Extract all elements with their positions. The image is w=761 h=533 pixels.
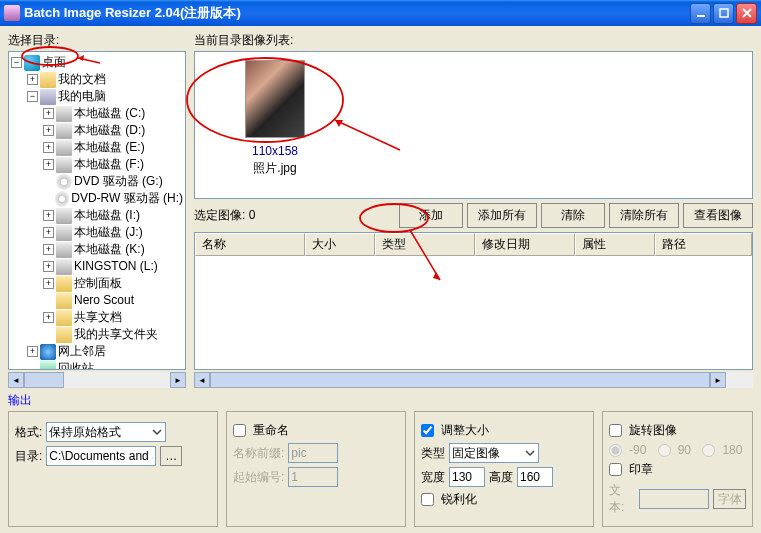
type-label: 类型 — [421, 445, 445, 462]
tree-nero[interactable]: Nero Scout — [74, 292, 134, 309]
thumbnail-name: 照片.jpg — [245, 160, 305, 177]
selected-count: 选定图像: 0 — [194, 207, 255, 224]
clear-button[interactable]: 清除 — [541, 203, 605, 228]
output-panel: 格式: 保持原始格式 目录: … — [8, 411, 218, 527]
start-label: 起始编号: — [233, 469, 284, 486]
tree-drive[interactable]: KINGSTON (L:) — [74, 258, 158, 275]
drive-icon — [56, 140, 72, 156]
stamp-text-label: 文本: — [609, 482, 635, 516]
recycle-icon — [40, 361, 56, 371]
rename-panel: 重命名 名称前缀: 起始编号: — [226, 411, 406, 527]
stamp-checkbox[interactable] — [609, 463, 622, 476]
height-input[interactable] — [517, 467, 553, 487]
close-button[interactable] — [736, 3, 757, 24]
font-button: 字体 — [713, 489, 746, 509]
rot-180-radio — [702, 444, 715, 457]
tree-ctrl[interactable]: 控制面板 — [74, 275, 122, 292]
col-name[interactable]: 名称 — [195, 233, 305, 256]
tree-drive[interactable]: 本地磁盘 (D:) — [74, 122, 145, 139]
drive-icon — [56, 225, 72, 241]
col-size[interactable]: 大小 — [305, 233, 375, 256]
maximize-button[interactable] — [713, 3, 734, 24]
app-icon — [4, 5, 20, 21]
dvd-icon — [56, 174, 72, 190]
dir-label: 目录: — [15, 448, 42, 465]
resize-label: 调整大小 — [441, 422, 489, 439]
rename-label: 重命名 — [253, 422, 289, 439]
desktop-icon — [24, 55, 40, 71]
selected-list[interactable]: 名称 大小 类型 修改日期 属性 路径 — [194, 232, 753, 370]
list-hscroll[interactable]: ◄► — [194, 372, 753, 388]
tree-drive[interactable]: 本地磁盘 (E:) — [74, 139, 145, 156]
stamp-label: 印章 — [629, 461, 653, 478]
svg-rect-1 — [720, 9, 728, 17]
thumbnail-item[interactable]: 110x158 照片.jpg — [245, 60, 305, 177]
window-title: Batch Image Resizer 2.04(注册版本) — [24, 4, 688, 22]
rename-checkbox[interactable] — [233, 424, 246, 437]
tree-drive[interactable]: DVD-RW 驱动器 (H:) — [71, 190, 183, 207]
tree-drive[interactable]: 本地磁盘 (F:) — [74, 156, 144, 173]
directory-tree[interactable]: −桌面 +我的文档 −我的电脑 +本地磁盘 (C:) +本地磁盘 (D:) +本… — [8, 51, 186, 370]
tree-drive[interactable]: 本地磁盘 (I:) — [74, 207, 140, 224]
rotate-panel: 旋转图像 -90 90 180 印章 文本:字体 — [602, 411, 753, 527]
thumbnail-dim: 110x158 — [245, 144, 305, 158]
minimize-button[interactable] — [690, 3, 711, 24]
drive-icon — [56, 157, 72, 173]
add-button[interactable]: 添加 — [399, 203, 463, 228]
image-list-box[interactable]: 110x158 照片.jpg — [194, 51, 753, 199]
folder-icon — [56, 293, 72, 309]
stamp-text-input — [639, 489, 709, 509]
prefix-label: 名称前缀: — [233, 445, 284, 462]
resize-panel: 调整大小 类型固定图像 宽度 高度 锐利化 — [414, 411, 594, 527]
thumbnail-image — [245, 60, 305, 138]
tree-network[interactable]: 网上邻居 — [58, 343, 106, 360]
resize-checkbox[interactable] — [421, 424, 434, 437]
clear-all-button[interactable]: 清除所有 — [609, 203, 679, 228]
col-mdate[interactable]: 修改日期 — [475, 233, 575, 256]
col-type[interactable]: 类型 — [375, 233, 475, 256]
network-icon — [40, 344, 56, 360]
rotate-checkbox[interactable] — [609, 424, 622, 437]
tree-drive[interactable]: DVD 驱动器 (G:) — [74, 173, 163, 190]
height-label: 高度 — [489, 469, 513, 486]
drive-icon — [56, 208, 72, 224]
width-input[interactable] — [449, 467, 485, 487]
format-label: 格式: — [15, 424, 42, 441]
prefix-input — [288, 443, 338, 463]
tree-drive[interactable]: 本地磁盘 (C:) — [74, 105, 145, 122]
rot-m90-radio — [609, 444, 622, 457]
dir-input[interactable] — [46, 446, 156, 466]
titlebar: Batch Image Resizer 2.04(注册版本) — [0, 0, 761, 26]
tree-mycomp[interactable]: 我的电脑 — [58, 88, 106, 105]
tree-mydocs[interactable]: 我的文档 — [58, 71, 106, 88]
image-list-label: 当前目录图像列表: — [194, 32, 753, 49]
output-label: 输出 — [8, 392, 753, 409]
select-dir-label: 选择目录: — [8, 32, 186, 49]
tree-desktop[interactable]: 桌面 — [42, 54, 66, 71]
add-all-button[interactable]: 添加所有 — [467, 203, 537, 228]
dvd-icon — [55, 191, 69, 207]
tree-shared[interactable]: 共享文档 — [74, 309, 122, 326]
drive-icon — [56, 259, 72, 275]
drive-icon — [56, 106, 72, 122]
computer-icon — [40, 89, 56, 105]
tree-myshared[interactable]: 我的共享文件夹 — [74, 326, 158, 343]
resize-type-select[interactable]: 固定图像 — [449, 443, 539, 463]
drive-icon — [56, 123, 72, 139]
sharpen-checkbox[interactable] — [421, 493, 434, 506]
folder-icon — [40, 72, 56, 88]
control-panel-icon — [56, 276, 72, 292]
view-image-button[interactable]: 查看图像 — [683, 203, 753, 228]
start-input — [288, 467, 338, 487]
col-path[interactable]: 路径 — [655, 233, 752, 256]
width-label: 宽度 — [421, 469, 445, 486]
col-attr[interactable]: 属性 — [575, 233, 655, 256]
tree-drive[interactable]: 本地磁盘 (K:) — [74, 241, 145, 258]
format-select[interactable]: 保持原始格式 — [46, 422, 166, 442]
rot-90-radio — [658, 444, 671, 457]
browse-dir-button[interactable]: … — [160, 446, 182, 466]
tree-drive[interactable]: 本地磁盘 (J:) — [74, 224, 143, 241]
tree-hscroll[interactable]: ◄► — [8, 372, 186, 388]
folder-icon — [56, 310, 72, 326]
tree-recycle[interactable]: 回收站 — [58, 360, 94, 370]
